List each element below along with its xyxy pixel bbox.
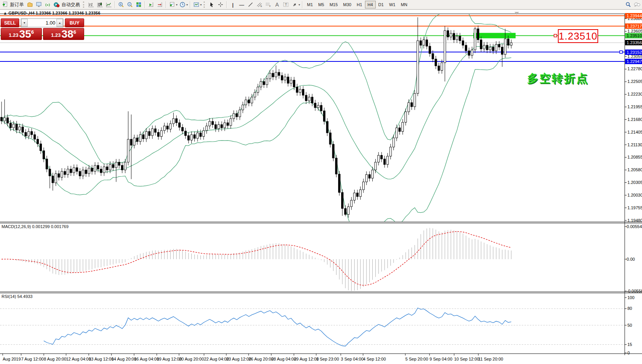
rsi-name: RSI(14) <box>2 294 16 299</box>
new-chart-icon[interactable] <box>168 1 176 8</box>
candlestick-chart-icon[interactable] <box>96 1 104 8</box>
zoom-out-icon[interactable] <box>126 1 134 8</box>
timeframe-H4[interactable]: H4 <box>365 1 376 8</box>
candle-body <box>471 50 473 55</box>
chevron-down-icon[interactable]: ▾ <box>299 3 300 7</box>
timeframe-M30[interactable]: M30 <box>340 1 354 8</box>
line-handle[interactable] <box>620 51 622 53</box>
candle-body <box>368 175 370 179</box>
symbol-period: GBPUSD-,H4 <box>8 11 35 15</box>
profiles-icon[interactable] <box>26 1 34 8</box>
bar-chart-icon[interactable] <box>87 1 95 8</box>
candle-body <box>154 129 156 132</box>
candle-body <box>28 131 30 136</box>
label-icon[interactable]: T <box>282 1 290 8</box>
auto-scroll-icon[interactable] <box>147 1 155 8</box>
timeframe-H1[interactable]: H1 <box>354 1 365 8</box>
text-icon[interactable]: A <box>273 1 281 8</box>
templates-icon[interactable] <box>192 1 201 8</box>
timeframe-D1[interactable]: D1 <box>376 1 387 8</box>
candle-body <box>474 29 476 50</box>
callout-handle[interactable] <box>554 34 557 37</box>
signals-icon[interactable] <box>43 1 52 8</box>
sell-button[interactable]: SELL <box>1 18 19 27</box>
ask-price-box[interactable]: 1.23 38 6 <box>43 28 84 40</box>
candle-body <box>486 45 488 50</box>
candle-body <box>218 124 220 129</box>
volume-increase-button[interactable]: ▲ <box>56 19 63 27</box>
candle-body <box>353 193 355 200</box>
candle-body <box>118 162 120 165</box>
line-chart-icon[interactable] <box>105 1 113 8</box>
candle-body <box>269 73 271 79</box>
candle-body <box>266 79 268 85</box>
tile-windows-icon[interactable] <box>134 1 143 8</box>
buy-button[interactable]: BUY <box>65 18 84 27</box>
arrows-icon[interactable] <box>290 1 299 8</box>
candle-body <box>459 36 461 41</box>
candle-body <box>82 170 84 176</box>
candle-body <box>124 162 126 170</box>
macd-signal-value: 0.001769 <box>51 224 68 229</box>
candle-body <box>263 81 265 84</box>
candle-body <box>85 170 87 174</box>
candle-body <box>456 36 458 40</box>
fibonacci-icon[interactable]: F <box>264 1 272 8</box>
chart-shift-marker[interactable] <box>514 12 519 15</box>
terminal-icon[interactable] <box>35 1 43 8</box>
toolbar-separator <box>302 1 303 8</box>
candle-body <box>209 121 211 126</box>
candle-body <box>200 133 202 137</box>
candle-body <box>3 118 5 121</box>
candle-body <box>224 123 226 128</box>
autotrading-icon[interactable] <box>52 1 61 8</box>
volume-decrease-button[interactable]: ▼ <box>21 19 28 27</box>
new-order-icon[interactable] <box>1 1 9 8</box>
candle-body <box>399 128 401 132</box>
timeframe-MN[interactable]: MN <box>398 1 410 8</box>
timeframe-M1[interactable]: M1 <box>304 1 315 8</box>
cursor-icon[interactable] <box>207 1 216 8</box>
chevron-down-icon[interactable]: ▾ <box>186 3 188 7</box>
zoom-in-icon[interactable] <box>117 1 125 8</box>
macd-pane-label: MACD(12,26,9) 0.001299 0.001769 <box>2 224 68 229</box>
toolbar-grip[interactable] <box>204 2 206 8</box>
crosshair-icon[interactable] <box>216 1 225 8</box>
new-order-label[interactable]: 新订单 <box>10 2 24 8</box>
bid-price-pip: 6 <box>31 29 34 35</box>
collapse-arrow-icon[interactable]: ▲ <box>3 11 7 15</box>
chevron-down-icon[interactable]: ▾ <box>200 3 202 7</box>
candle-body <box>375 162 377 170</box>
timeframe-M5[interactable]: M5 <box>315 1 327 8</box>
chevron-down-icon[interactable]: ▾ <box>176 3 178 7</box>
candle-body <box>166 126 168 129</box>
candle-body <box>94 165 96 172</box>
periods-icon[interactable] <box>178 1 187 8</box>
candle-body <box>182 127 184 131</box>
price-level-callout[interactable]: 1.23510 <box>558 29 598 43</box>
candle-body <box>151 129 153 136</box>
candle-body <box>16 124 18 130</box>
chat-icon[interactable] <box>633 1 641 8</box>
horizontal-line-icon[interactable]: — <box>237 1 246 8</box>
candle-body <box>317 105 319 108</box>
vertical-line-icon[interactable]: | <box>229 1 237 8</box>
candle-body <box>363 182 365 190</box>
timeframe-M15[interactable]: M15 <box>327 1 340 8</box>
search-icon[interactable] <box>624 1 632 8</box>
macd-name: MACD(12,26,9) <box>2 224 31 229</box>
chart-shift-icon[interactable] <box>156 1 164 8</box>
autotrading-label[interactable]: 自动交易 <box>61 2 80 8</box>
volume-value[interactable]: 1.00 <box>28 19 56 27</box>
timeframe-W1[interactable]: W1 <box>387 1 398 8</box>
candle-body <box>344 208 346 215</box>
bid-price-box[interactable]: 1.23 35 6 <box>1 28 42 40</box>
candle-body <box>97 165 99 169</box>
candle-body <box>112 164 114 167</box>
candle-body <box>197 133 199 138</box>
trendline-icon[interactable] <box>246 1 255 8</box>
candle-body <box>31 131 33 134</box>
turning-point-annotation[interactable]: 多空转折点 <box>527 71 589 86</box>
toolbar-grip[interactable] <box>83 2 85 8</box>
channel-icon[interactable]: E <box>255 1 264 8</box>
